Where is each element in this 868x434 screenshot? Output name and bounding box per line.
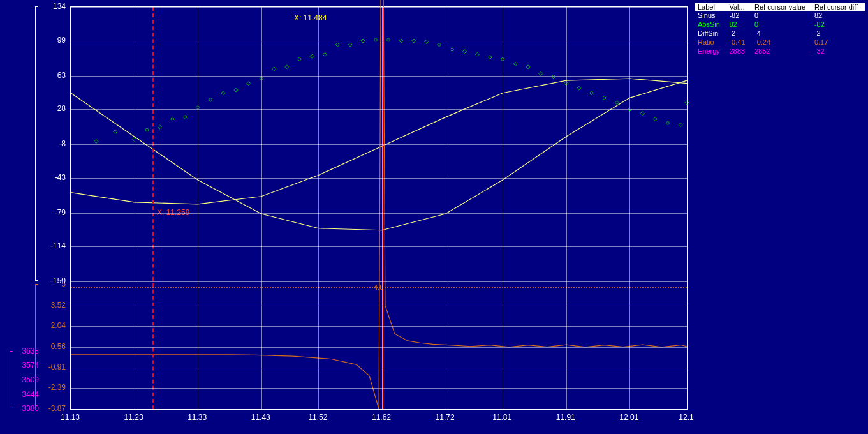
svg-marker-43 [653,117,657,121]
legend-label: AbsSin [695,20,729,28]
y-tick-energy: 3444 [13,390,39,399]
svg-marker-15 [298,57,302,61]
svg-marker-33 [526,65,530,69]
y-tick-main: 28 [40,104,66,113]
legend-col-diff: Ref cursor diff [814,3,865,11]
y-tick-ratio: -2.39 [40,383,66,392]
legend-row-ratio[interactable]: Ratio -0.41 -0.24 0.17 [695,38,865,47]
x-tick: 11.52 [308,413,327,422]
svg-marker-28 [462,50,466,54]
svg-marker-5 [170,117,174,121]
y-tick-ratio: 5 [40,280,66,288]
svg-marker-40 [615,101,619,105]
legend-row-sinus[interactable]: Sinus -82 0 82 [695,11,865,20]
svg-marker-44 [666,121,670,125]
y-tick-ratio: 0.56 [40,342,66,351]
y-tick-main: 134 [40,2,66,11]
legend-label: Energy [695,47,729,55]
svg-marker-16 [310,54,314,58]
legend-label: Sinus [695,11,729,19]
x-tick: 11.62 [372,413,391,422]
svg-marker-4 [158,125,161,129]
chart-root: X: 11.484 X: 11.259 4.8 Label Val... Ref… [0,0,868,434]
svg-marker-42 [640,112,644,116]
legend-row-abssin[interactable]: AbsSin 82 0 -82 [695,20,865,29]
svg-marker-32 [513,62,517,66]
x-tick: 11.13 [61,413,80,422]
svg-marker-11 [247,82,251,86]
legend-val: 82 [729,20,754,28]
legend-diff: -32 [814,47,865,55]
axis-bracket-main [35,6,38,281]
legend-diff: 82 [814,11,865,19]
legend-diff: 0.17 [814,38,865,46]
svg-marker-0 [94,139,98,143]
legend-diff: -82 [814,20,865,28]
cursor-main-label: X: 11.484 [294,13,327,22]
x-tick: 12.01 [619,413,638,422]
legend-row-energy[interactable]: Energy 2883 2852 -32 [695,47,865,56]
svg-marker-17 [323,52,327,56]
cursor-ref[interactable] [152,7,154,409]
svg-marker-30 [488,56,492,59]
y-tick-ratio: 3.52 [40,301,66,310]
svg-marker-6 [183,116,187,119]
y-tick-energy: 3574 [13,361,39,370]
svg-marker-8 [209,98,212,101]
legend-ref: -0.24 [754,38,814,46]
axis-bracket-energy [10,351,13,408]
y-tick-energy: 3509 [13,375,39,384]
x-tick: 11.43 [251,413,270,422]
legend-ref: 2852 [754,47,814,55]
svg-marker-19 [348,43,352,47]
plot-area[interactable]: X: 11.484 X: 11.259 4.8 [70,6,688,410]
svg-marker-26 [438,43,441,47]
y-tick-ratio: 2.04 [40,321,66,330]
x-tick: 11.33 [188,413,207,422]
svg-marker-27 [450,48,454,52]
legend-val: 2883 [729,47,754,55]
y-tick-main: -114 [40,241,66,250]
legend-panel: Label Val... Ref cursor value Ref cursor… [695,3,865,56]
svg-marker-38 [590,91,594,95]
legend-ref: -4 [754,29,814,37]
legend-val: -2 [729,29,754,37]
legend-val: -82 [729,11,754,19]
legend-ref: 0 [754,11,814,19]
svg-marker-14 [285,65,289,69]
y-tick-main: -43 [40,173,66,182]
y-tick-main: -8 [40,139,66,148]
svg-marker-10 [234,88,238,92]
svg-marker-13 [272,67,276,71]
y-tick-energy: 3380 [13,404,39,413]
y-tick-energy: 3638 [13,347,39,355]
svg-marker-3 [145,128,149,131]
svg-marker-1 [114,130,117,133]
svg-marker-18 [335,43,339,47]
y-tick-ratio: -0.91 [40,363,66,371]
legend-col-ref: Ref cursor value [754,3,814,11]
svg-marker-37 [577,86,581,90]
legend-diff: -2 [814,29,865,37]
legend-ref: 0 [754,20,814,28]
svg-marker-9 [221,91,225,95]
svg-marker-45 [679,123,682,127]
svg-marker-39 [603,96,607,100]
legend-val: -0.41 [729,38,754,46]
legend-label: Ratio [695,38,729,46]
legend-col-val: Val... [729,3,754,11]
x-tick: 11.72 [436,413,455,422]
x-tick: 12.1 [679,413,693,422]
x-tick: 11.81 [492,413,511,422]
x-tick: 11.91 [556,413,575,422]
x-tick: 11.23 [124,413,143,422]
y-tick-main: -79 [40,208,66,217]
y-tick-ratio: -3.87 [40,404,66,413]
legend-col-label: Label [695,3,729,11]
y-tick-main: 63 [40,71,66,80]
y-tick-main: 99 [40,36,66,45]
svg-marker-29 [475,52,479,56]
legend-row-diffsin[interactable]: DiffSin -2 -4 -2 [695,29,865,38]
legend-header: Label Val... Ref cursor value Ref cursor… [695,3,865,11]
legend-label: DiffSin [695,29,729,37]
